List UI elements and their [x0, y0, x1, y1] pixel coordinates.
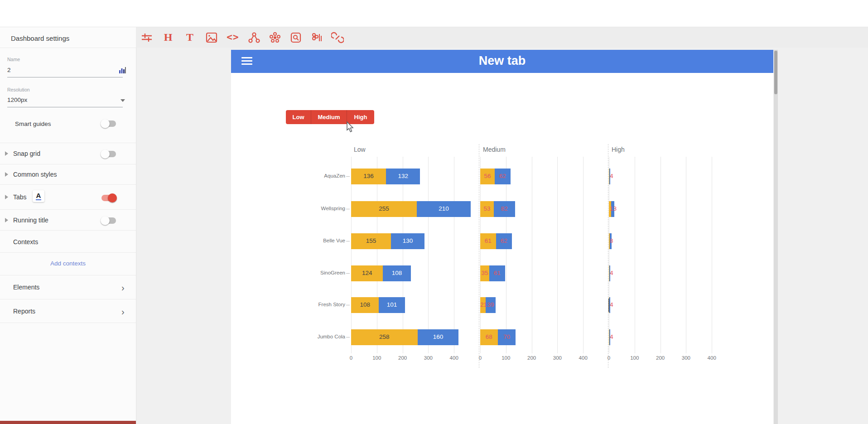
axis-tick-label: 0 — [470, 355, 490, 361]
widget-report-icon[interactable] — [310, 31, 323, 44]
chevron-right-icon[interactable]: › — [121, 308, 125, 315]
grid-line — [351, 157, 352, 353]
category-tick — [346, 241, 350, 241]
value-label: 4 — [610, 333, 623, 340]
sidebar-item-reports[interactable]: Reports — [13, 308, 35, 315]
value-label: 255 — [351, 205, 417, 212]
value-label: 155 — [351, 237, 391, 244]
value-label: 130 — [391, 237, 424, 244]
chevron-down-icon[interactable] — [121, 99, 125, 102]
divider — [0, 143, 136, 143]
grid-line — [506, 157, 506, 353]
value-label: 56 — [480, 173, 495, 179]
category-tick — [346, 209, 350, 209]
tabs-text-style-button[interactable]: A — [33, 190, 44, 202]
app-root: DataTile 2 VIEW {api} ⋮ Dashboard settin… — [0, 0, 868, 424]
tab-title: New tab — [231, 54, 773, 68]
category-label: SinoGreen — [286, 270, 345, 275]
grid-line — [403, 157, 403, 353]
underlined-a-icon: A — [36, 192, 42, 200]
panel-separator — [608, 144, 608, 368]
axis-tick-label: 400 — [444, 355, 464, 361]
divider — [0, 275, 136, 275]
text-icon[interactable]: T — [183, 31, 196, 44]
value-label: 108 — [383, 270, 410, 276]
grid-line — [712, 157, 712, 353]
sidebar-item-elements[interactable]: Elements — [13, 284, 39, 291]
value-label: 53 — [480, 205, 494, 212]
add-contexts-link[interactable]: Add contexts — [0, 260, 136, 267]
value-label: 210 — [417, 205, 471, 212]
high-panel-marker — [608, 299, 609, 312]
grid-line — [686, 157, 686, 353]
grid-line — [635, 157, 635, 353]
name-field-chart-icon[interactable] — [119, 67, 126, 74]
value-label: 136 — [351, 173, 386, 179]
code-icon[interactable]: <> — [227, 31, 239, 44]
axis-tick-label: 0 — [341, 355, 361, 361]
category-tick — [346, 176, 350, 177]
canvas-scrollbar-thumb[interactable] — [774, 51, 777, 94]
value-label: 160 — [418, 333, 459, 340]
divider — [0, 48, 136, 48]
tune-icon[interactable] — [140, 31, 153, 44]
medium-button[interactable]: Medium — [311, 110, 347, 124]
value-label: 68 — [480, 333, 498, 340]
axis-tick-label: 100 — [367, 355, 387, 361]
category-label: Fresh Story — [286, 302, 345, 307]
axis-tick-label: 400 — [573, 355, 593, 361]
value-label: 21 — [480, 301, 486, 308]
axis-tick-label: 400 — [702, 355, 722, 361]
value-label: 82 — [494, 205, 515, 212]
tabs-expander[interactable] — [5, 195, 8, 199]
value-label: 4 — [610, 173, 623, 179]
category-label: AquaZen — [286, 173, 345, 178]
value-label: 61 — [489, 270, 505, 276]
category-tick — [346, 273, 350, 274]
zoom-area-icon[interactable] — [289, 31, 302, 44]
panel-title: Medium — [483, 146, 506, 153]
heading-icon[interactable]: H — [162, 31, 174, 44]
image-icon[interactable] — [205, 31, 218, 44]
category-tick — [346, 305, 350, 305]
divider — [0, 252, 136, 253]
mouse-cursor — [345, 121, 355, 133]
tabs-label[interactable]: Tabs — [13, 193, 27, 201]
axis-tick-label: 300 — [676, 355, 696, 361]
canvas-scrollbar-track[interactable] — [774, 50, 778, 424]
tabs-toggle[interactable] — [101, 195, 117, 201]
cluster-icon[interactable] — [269, 31, 281, 44]
axis-tick-label: 0 — [599, 355, 619, 361]
common-styles-expander[interactable] — [5, 172, 8, 177]
category-tick — [346, 337, 350, 337]
value-label: 124 — [351, 270, 383, 276]
low-button[interactable]: Low — [286, 110, 311, 124]
insert-toolbar — [136, 27, 868, 48]
share-nodes-icon[interactable] — [248, 31, 260, 44]
axis-tick-label: 200 — [651, 355, 670, 361]
running-title-label[interactable]: Running title — [13, 217, 48, 224]
value-label: 35 — [480, 270, 489, 276]
sidebar-title: Dashboard settings — [11, 34, 69, 42]
input-underline — [7, 107, 123, 107]
name-input[interactable]: 2 — [7, 67, 11, 73]
top-bar — [0, 0, 868, 27]
grid-line — [428, 157, 429, 353]
running-title-expander[interactable] — [5, 218, 8, 222]
running-title-toggle[interactable] — [101, 217, 117, 224]
settings-sidebar — [0, 27, 136, 424]
resolution-field-label: Resolution — [7, 87, 30, 92]
grid-line — [454, 157, 454, 353]
snap-grid-toggle[interactable] — [101, 151, 117, 157]
smart-guides-toggle[interactable] — [101, 120, 117, 127]
snap-grid-label[interactable]: Snap grid — [13, 150, 40, 157]
value-label: 62 — [495, 173, 511, 179]
grid-line — [583, 157, 583, 353]
chevron-right-icon[interactable]: › — [121, 284, 125, 291]
common-styles-label[interactable]: Common styles — [13, 171, 57, 178]
smart-guides-label: Smart guides — [15, 120, 51, 127]
snap-grid-expander[interactable] — [5, 151, 8, 156]
category-label: Belle Vue — [286, 238, 345, 243]
resolution-select[interactable]: 1200px — [7, 96, 27, 103]
link-icon[interactable] — [331, 31, 344, 44]
